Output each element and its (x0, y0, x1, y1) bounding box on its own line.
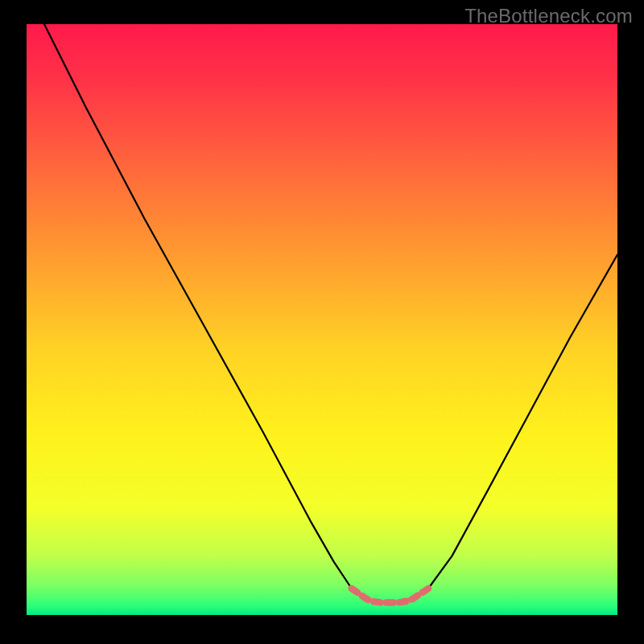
frame-bottom (0, 615, 644, 644)
frame-left (0, 0, 27, 644)
chart-curve-layer (27, 24, 617, 615)
chart-plot-area (27, 24, 617, 615)
frame-right (617, 0, 644, 644)
watermark-text: TheBottleneck.com (464, 5, 633, 27)
bottleneck-curve-path (44, 24, 617, 603)
good-zone-marker (352, 588, 428, 603)
